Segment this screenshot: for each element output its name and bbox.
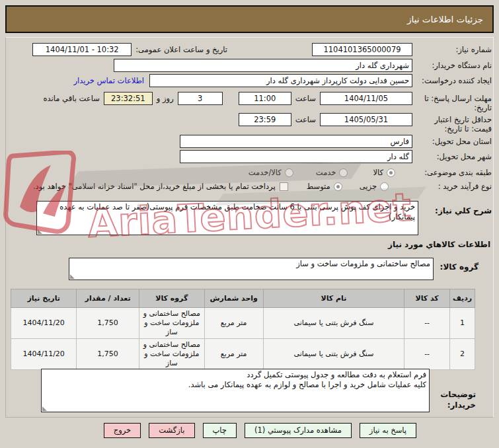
radio-goods-label: کالا [373,166,383,179]
buyer-notes-line2: کلیه عملیات شامل خرید و اجرا با مصالح و … [44,380,426,390]
row-validity: حداقل تاریخ اعتبار قیمت: تا تاریخ: 1405/… [7,113,492,133]
days-remaining-field[interactable]: 3 [178,92,223,105]
cell-name: سنگ فرش بتنی یا سیمانی [263,308,404,339]
goods-section-title: اطلاعات کالاهاي مورد نياز [388,240,490,249]
cell-unit: متر مربع [204,308,263,339]
creator-field[interactable]: حسین فدایی دولت کارپرداز شهرداری گله دار [149,74,412,87]
row-creator: ایجاد کننده درخواست: حسین فدایی دولت کار… [7,74,492,87]
cell-code: -- [404,339,450,370]
radio-option-goods-service[interactable]: کالا/خدمت [249,166,293,179]
row-buyer-org: نام دستگاه خریدار: شهرداری گله دار [7,59,492,72]
row-category: طبقه بندی موضوعی: کالا خدمت کالا/خدمت [7,166,492,179]
cell-code: -- [404,308,450,339]
validity-label: حداقل تاریخ اعتبار قیمت: تا تاریخ: [412,113,492,133]
respond-button[interactable]: پاسخ به نیاز [360,423,416,438]
category-label: طبقه بندی موضوعی: [412,166,492,177]
window-title-bar: جزئیات اطلاعات نیاز [5,5,494,33]
cell-date: 1404/11/20 [11,339,77,370]
radio-option-medium[interactable]: متوسط [307,180,342,193]
need-number-field[interactable]: 1104101365000079 [312,43,412,56]
creator-label: ایجاد کننده درخواست: [412,74,492,85]
radio-goods-service-icon[interactable] [285,168,293,177]
validity-hour-field[interactable]: 23:59 [239,113,291,126]
cell-row: 1 [450,308,475,339]
need-details-window: جزئیات اطلاعات نیاز شماره نیاز: 11041013… [0,0,499,448]
need-details-panel: شماره نیاز: 1104101365000079 تاریخ و ساع… [5,37,494,418]
page-title: جزئیات اطلاعات نیاز [407,14,483,24]
radio-minor-label: جزیی [360,180,377,193]
col-qty: تعداد / مقدار [77,289,139,308]
announce-datetime-field[interactable]: 1404/11/01 - 10:32 [32,43,132,56]
resize-handle-icon[interactable] [38,229,42,234]
radio-service-icon[interactable] [339,168,348,177]
goods-table: ردیف کد کالا نام کالا واحد شمارش گروه کا… [11,289,475,370]
col-date: تاریخ نیاز [11,289,77,308]
row-city: شهر محل تحویل: گله دار [7,150,492,163]
radio-medium-label: متوسط [307,180,330,193]
table-row[interactable]: 1 -- سنگ فرش بتنی یا سیمانی متر مربع مصا… [11,308,475,339]
cell-row: 2 [450,339,475,370]
treasury-checkbox-label: پرداخت تمام یا بخشی از مبلغ خرید،از محل … [33,180,276,193]
row-deadline: مهلت ارسال پاسخ: تا تاریخ: 1404/11/05 سا… [7,92,492,112]
deadline-date-field[interactable]: 1404/11/05 [320,92,412,105]
deadline-hour-field[interactable]: 11:00 [239,92,291,105]
row-process-type: نوع فرآیند خرید : جزیی متوسط پرداخت تمام… [7,180,492,193]
days-label: روز و [153,92,178,105]
buyer-notes-label-line1: توضیحات [434,389,476,400]
province-field[interactable]: فارس [180,135,412,148]
cell-group: مصالح ساختمانی و ملزومات ساخت و ساز [139,339,204,370]
back-button[interactable]: بازگشت [149,423,194,438]
col-row: ردیف [450,289,475,308]
treasury-checkbox[interactable] [280,182,288,191]
col-code: کد کالا [404,289,450,308]
exit-button[interactable]: خروج [104,423,141,438]
action-button-row: پاسخ به نیاز مشاهده مدارک پیوستي (1) چاپ… [104,423,416,438]
buyer-org-field[interactable]: شهرداری گله دار [114,59,412,72]
radio-medium-icon[interactable] [334,182,342,191]
deadline-label: مهلت ارسال پاسخ: تا تاریخ: [412,92,492,112]
radio-minor-icon[interactable] [380,182,389,191]
province-label: استان محل تحویل: [412,135,492,146]
city-label: شهر محل تحویل: [412,150,492,161]
resize-handle-icon[interactable] [70,274,75,279]
goods-table-header-row: ردیف کد کالا نام کالا واحد شمارش گروه کا… [11,289,475,308]
goods-group-label: گروه کالا: [438,262,479,272]
need-number-label: شماره نیاز: [412,43,492,54]
cell-date: 1404/11/20 [11,308,77,339]
radio-service-label: خدمت [316,166,336,179]
process-label: نوع فرآیند خرید : [412,180,492,191]
row-province: استان محل تحویل: فارس [7,135,492,148]
radio-option-minor[interactable]: جزیی [360,180,389,193]
announce-label: تاریخ و ساعت اعلان عمومی: [132,43,231,56]
description-text: خرید و اجرای کف پوش پرسی بتنی با 6 سانت … [59,202,415,221]
countdown-label: ساعت باقي مانده [40,92,104,105]
buyer-notes-label: توضیحات خریدار: [434,389,476,410]
resize-handle-icon[interactable] [42,406,47,411]
treasury-checkbox-option[interactable]: پرداخت تمام یا بخشی از مبلغ خرید،از محل … [33,180,288,193]
col-name: نام کالا [263,289,404,308]
validity-hour-label: ساعت [291,113,320,126]
col-group: گروه کالا [139,289,204,308]
goods-group-field[interactable]: مصالح ساختمانی و ملزومات ساخت و ساز [69,258,434,280]
validity-date-field[interactable]: 1405/05/31 [320,113,412,126]
radio-option-service[interactable]: خدمت [316,166,348,179]
buyer-notes-textarea[interactable]: فرم استعلام به دقت مطالعه و جدول پیوستی … [41,369,430,412]
table-row[interactable]: 2 -- سنگ فرش بتنی یا سیمانی متر مربع مصا… [11,339,475,370]
radio-option-goods[interactable]: کالا [373,166,395,179]
description-textarea[interactable]: خرید و اجرای کف پوش پرسی بتنی با 6 سانت … [36,201,418,235]
countdown-timer: 23:32:51 [104,92,153,105]
description-label: شرح کلي نياز: [420,206,492,215]
radio-goods-icon[interactable] [387,168,395,177]
view-attachments-button[interactable]: مشاهده مدارک پیوستي (1) [245,423,352,438]
buyer-notes-line1: فرم استعلام به دقت مطالعه و جدول پیوستی … [44,370,426,380]
print-button[interactable]: چاپ [203,423,237,438]
buyer-org-label: نام دستگاه خریدار: [412,59,492,70]
cell-qty: 1,750 [77,308,139,339]
col-unit: واحد شمارش [204,289,263,308]
row-need-number: شماره نیاز: 1104101365000079 تاریخ و ساع… [7,43,492,56]
city-field[interactable]: گله دار [180,150,412,163]
cell-name: سنگ فرش بتنی یا سیمانی [263,339,404,370]
buyer-contact-link[interactable]: اطلاعات تماس خریدار [68,74,149,87]
deadline-hour-label: ساعت [291,92,320,105]
buyer-notes-label-line2: خریدار: [434,400,476,410]
